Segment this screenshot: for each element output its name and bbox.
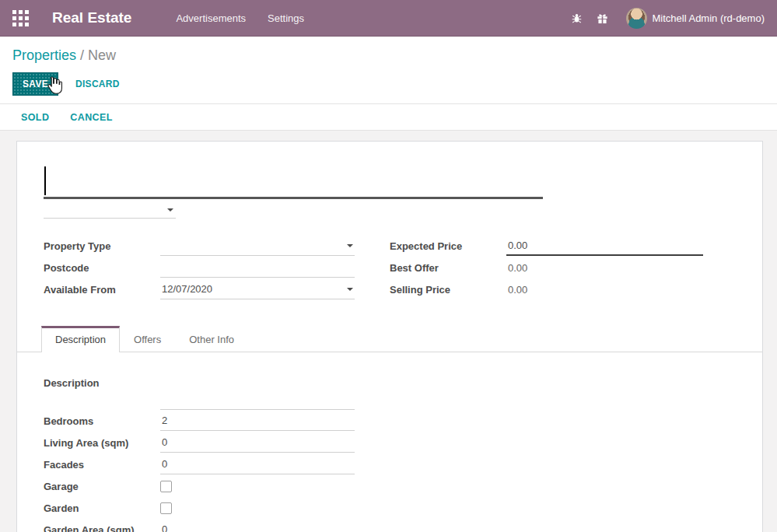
- description-label: Description: [44, 376, 160, 410]
- sold-button[interactable]: SOLD: [21, 112, 49, 123]
- field-row-best-offer: Best Offer 0.00: [390, 257, 709, 278]
- field-row-garden-area: Garden Area (sqm) 0: [44, 519, 762, 532]
- postcode-label: Postcode: [44, 262, 160, 274]
- cancel-button[interactable]: CANCEL: [70, 112, 112, 123]
- bedrooms-input[interactable]: 2: [160, 411, 355, 431]
- field-row-living-area: Living Area (sqm) 0: [44, 432, 762, 453]
- tab-other-info[interactable]: Other Info: [175, 326, 248, 352]
- property-type-input[interactable]: [160, 236, 355, 256]
- living-area-label: Living Area (sqm): [44, 437, 160, 449]
- best-offer-value: 0.00: [506, 257, 703, 278]
- apps-grid-icon[interactable]: [12, 10, 29, 26]
- field-row-postcode: Postcode: [44, 257, 390, 278]
- field-grid: Property Type Postcode Available From: [44, 235, 731, 300]
- breadcrumb-parent-link[interactable]: Properties: [12, 47, 76, 63]
- available-from-input[interactable]: 12/07/2020: [160, 279, 355, 299]
- menu-advertisements[interactable]: Advertisements: [176, 12, 246, 24]
- left-field-column: Property Type Postcode Available From: [44, 235, 390, 300]
- description-textarea[interactable]: [160, 376, 355, 410]
- facades-label: Facades: [44, 459, 160, 471]
- garden-label: Garden: [44, 502, 160, 514]
- expected-price-input[interactable]: 0.00: [506, 236, 703, 256]
- field-row-garden: Garden: [44, 497, 762, 519]
- gift-icon[interactable]: [597, 12, 609, 24]
- avatar[interactable]: [626, 8, 647, 29]
- form-action-buttons: SAVE DISCARD: [0, 68, 777, 103]
- chevron-down-icon: [347, 288, 353, 291]
- statusbar: SOLD CANCEL: [0, 103, 777, 131]
- garage-checkbox[interactable]: [160, 481, 172, 492]
- tab-strip: Description Offers Other Info: [17, 326, 762, 352]
- living-area-input[interactable]: 0: [160, 432, 355, 453]
- facades-input[interactable]: 0: [160, 454, 355, 474]
- breadcrumb: Properties / New: [0, 37, 777, 68]
- field-row-expected-price: Expected Price 0.00: [390, 235, 709, 257]
- notebook: Description Offers Other Info Descriptio…: [17, 326, 762, 532]
- form-sheet: Property Type Postcode Available From: [16, 141, 763, 532]
- tab-offers[interactable]: Offers: [120, 326, 175, 352]
- property-type-label: Property Type: [44, 240, 160, 252]
- description-tab-content: Description Bedrooms 2 Living Area (sqm)…: [17, 352, 762, 532]
- breadcrumb-current: New: [88, 47, 116, 63]
- tab-description[interactable]: Description: [41, 326, 120, 352]
- field-row-bedrooms: Bedrooms 2: [44, 410, 762, 432]
- field-row-available-from: Available From 12/07/2020: [44, 278, 390, 300]
- bug-icon[interactable]: [571, 12, 583, 24]
- garage-label: Garage: [44, 481, 160, 492]
- text-caret: [44, 166, 46, 195]
- bedrooms-label: Bedrooms: [44, 415, 160, 427]
- top-navbar: Real Estate Advertisements Settings Mitc…: [0, 0, 777, 37]
- discard-button[interactable]: DISCARD: [72, 72, 123, 96]
- field-row-facades: Facades 0: [44, 453, 762, 475]
- selling-price-label: Selling Price: [390, 284, 506, 296]
- user-menu[interactable]: Mitchell Admin (rd-demo): [653, 12, 765, 24]
- chevron-down-icon: [167, 208, 173, 212]
- breadcrumb-separator: /: [80, 47, 88, 63]
- garden-area-input[interactable]: 0: [160, 520, 355, 532]
- property-title-input[interactable]: [44, 163, 543, 199]
- available-from-label: Available From: [44, 284, 160, 296]
- chevron-down-icon: [347, 244, 353, 247]
- postcode-input[interactable]: [160, 257, 355, 278]
- content-area: Property Type Postcode Available From: [0, 131, 777, 532]
- best-offer-label: Best Offer: [390, 262, 506, 274]
- selling-price-value: 0.00: [506, 279, 703, 299]
- garden-checkbox[interactable]: [160, 502, 172, 514]
- tags-input[interactable]: [44, 201, 176, 219]
- expected-price-label: Expected Price: [390, 240, 506, 252]
- menu-settings[interactable]: Settings: [268, 12, 304, 24]
- save-button[interactable]: SAVE: [12, 72, 58, 96]
- field-row-garage: Garage: [44, 475, 762, 497]
- app-name[interactable]: Real Estate: [52, 9, 131, 26]
- garden-area-label: Garden Area (sqm): [44, 524, 160, 532]
- field-row-description: Description: [44, 376, 762, 410]
- right-field-column: Expected Price 0.00 Best Offer 0.00 Sell…: [390, 235, 709, 300]
- field-row-property-type: Property Type: [44, 235, 390, 257]
- field-row-selling-price: Selling Price 0.00: [390, 278, 709, 300]
